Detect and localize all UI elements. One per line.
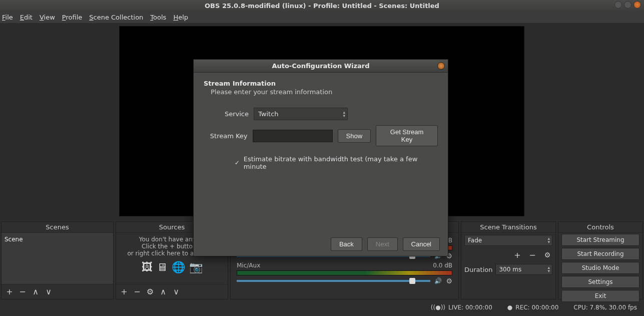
close-icon[interactable]: [437, 62, 445, 70]
display-icon: 🖥: [157, 261, 168, 273]
duration-value: 300 ms: [499, 266, 521, 273]
controls-panel: Controls Start Streaming Start Recording…: [558, 221, 643, 299]
source-type-icons: 🖼 🖥 🌐 📷: [119, 261, 225, 273]
status-cpu: CPU: 7.8%, 30.00 fps: [573, 304, 637, 311]
status-rec-text: REC: 00:00:00: [515, 304, 558, 311]
stream-key-label: Stream Key: [204, 132, 248, 140]
remove-icon[interactable]: −: [527, 250, 537, 260]
duration-label: Duration: [464, 266, 492, 273]
auto-config-wizard-dialog: Auto-Configuration Wizard Stream Informa…: [193, 59, 448, 256]
image-icon: 🖼: [142, 261, 153, 273]
scenes-panel-title: Scenes: [2, 222, 113, 233]
transition-select-value: Fade: [468, 237, 482, 244]
transition-select[interactable]: Fade ▴▾: [464, 235, 552, 246]
dialog-titlebar: Auto-Configuration Wizard: [194, 60, 448, 73]
minimize-icon[interactable]: [614, 1, 622, 9]
dialog-subheading: Please enter your stream information: [211, 88, 438, 96]
down-icon[interactable]: ∨: [44, 287, 54, 297]
mixer-channel: Mic/Aux 0.0 dB 🔊 ⚙: [234, 261, 455, 286]
studio-mode-button[interactable]: Studio Mode: [561, 262, 639, 274]
status-live: ((●)) LIVE: 00:00:00: [431, 304, 492, 311]
estimate-bitrate-checkbox[interactable]: ✓ Estimate bitrate with bandwidth test (…: [234, 155, 438, 170]
globe-icon: 🌐: [172, 261, 185, 273]
menu-file[interactable]: File: [2, 14, 13, 21]
dialog-title: Auto-Configuration Wizard: [272, 62, 369, 70]
show-button[interactable]: Show: [338, 129, 371, 143]
volume-slider[interactable]: [237, 280, 430, 282]
start-streaming-button[interactable]: Start Streaming: [561, 234, 639, 246]
remove-icon[interactable]: −: [18, 287, 28, 297]
scene-transitions-panel: Scene Transitions Fade ▴▾ + − ⚙ Duration…: [461, 221, 556, 299]
record-icon: ●: [507, 304, 512, 311]
statusbar: ((●)) LIVE: 00:00:00 ● REC: 00:00:00 CPU…: [0, 300, 644, 314]
menu-scene-collection[interactable]: Scene Collection: [89, 14, 143, 21]
close-icon[interactable]: [633, 1, 641, 9]
volume-meter: [237, 270, 452, 275]
chevron-updown-icon: ▴▾: [343, 111, 345, 118]
transitions-panel-title: Scene Transitions: [461, 222, 555, 233]
duration-input[interactable]: 300 ms ▴▾: [495, 264, 552, 275]
window-titlebar: OBS 25.0.8-modified (linux) - Profile: U…: [0, 0, 644, 11]
get-stream-key-button[interactable]: Get Stream Key: [376, 125, 438, 146]
menu-help[interactable]: Help: [173, 14, 188, 21]
next-button[interactable]: Next: [367, 237, 398, 251]
gear-icon[interactable]: ⚙: [446, 277, 452, 285]
dialog-footer: Back Next Cancel: [194, 232, 448, 256]
status-rec: ● REC: 00:00:00: [507, 304, 559, 311]
controls-panel-title: Controls: [558, 222, 642, 233]
add-icon[interactable]: +: [119, 287, 129, 297]
gear-icon[interactable]: ⚙: [542, 250, 552, 260]
estimate-bitrate-label: Estimate bitrate with bandwidth test (ma…: [244, 155, 438, 170]
start-recording-button[interactable]: Start Recording: [561, 248, 639, 260]
stream-key-input[interactable]: [253, 130, 333, 142]
service-label: Service: [204, 110, 249, 118]
chevron-updown-icon: ▴▾: [547, 266, 550, 273]
menubar: File Edit View Profile Scene Collection …: [0, 11, 644, 23]
up-icon[interactable]: ∧: [31, 287, 41, 297]
gear-icon[interactable]: ⚙: [145, 287, 155, 297]
scenes-list[interactable]: Scene: [2, 233, 113, 284]
scenes-toolbar: + − ∧ ∨: [2, 284, 113, 299]
exit-button[interactable]: Exit: [561, 290, 639, 302]
remove-icon[interactable]: −: [132, 287, 142, 297]
sources-toolbar: + − ⚙ ∧ ∨: [116, 284, 228, 299]
status-live-text: LIVE: 00:00:00: [448, 304, 492, 311]
menu-profile[interactable]: Profile: [62, 14, 82, 21]
menu-tools[interactable]: Tools: [150, 14, 166, 21]
maximize-icon[interactable]: [624, 1, 631, 9]
dialog-body: Stream Information Please enter your str…: [194, 73, 448, 232]
settings-button[interactable]: Settings: [561, 276, 639, 288]
down-icon[interactable]: ∨: [171, 287, 181, 297]
scene-item[interactable]: Scene: [5, 236, 23, 243]
dialog-heading: Stream Information: [204, 80, 438, 87]
window-controls: [614, 1, 641, 9]
broadcast-icon: ((●)): [431, 304, 445, 311]
mixer-channel-db: 0.0 dB: [433, 262, 452, 269]
add-icon[interactable]: +: [5, 287, 15, 297]
status-cpu-text: CPU: 7.8%, 30.00 fps: [573, 304, 637, 311]
up-icon[interactable]: ∧: [158, 287, 168, 297]
back-button[interactable]: Back: [331, 237, 362, 251]
menu-edit[interactable]: Edit: [20, 14, 33, 21]
check-icon: ✓: [234, 159, 241, 166]
mixer-channel-name: Mic/Aux: [237, 262, 260, 269]
camera-icon: 📷: [189, 261, 203, 273]
scenes-panel: Scenes Scene + − ∧ ∨: [1, 221, 114, 299]
speaker-icon[interactable]: 🔊: [434, 277, 442, 284]
cancel-button[interactable]: Cancel: [403, 237, 440, 251]
window-title: OBS 25.0.8-modified (linux) - Profile: U…: [205, 2, 439, 10]
menu-view[interactable]: View: [40, 14, 55, 21]
chevron-updown-icon: ▴▾: [547, 237, 550, 244]
add-icon[interactable]: +: [512, 250, 522, 260]
service-select[interactable]: Twitch ▴▾: [254, 108, 348, 120]
service-select-value: Twitch: [258, 110, 279, 118]
